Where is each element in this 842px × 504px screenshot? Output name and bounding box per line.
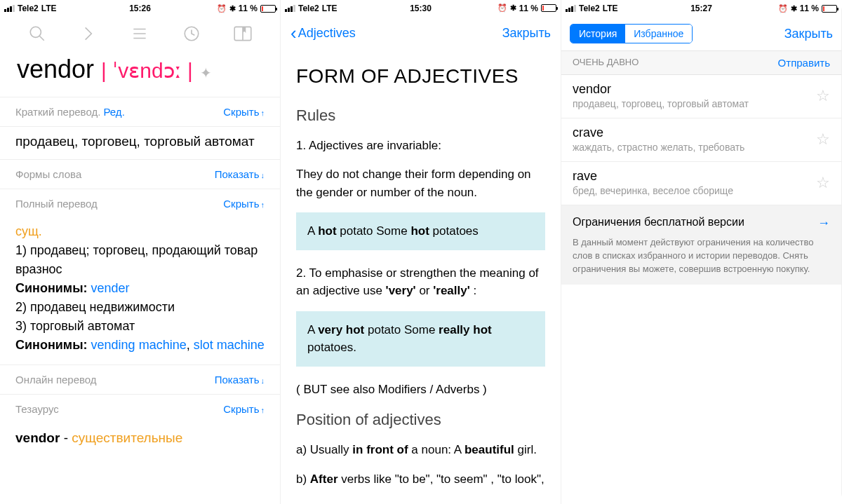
article-body: FORM OF ADJECTIVES Rules 1. Adjectives a…	[281, 50, 561, 504]
alarm-icon: ⏰	[217, 4, 227, 13]
thesaurus-section-head: Тезаурус Скрыть↑	[0, 394, 280, 423]
online-label: Онлайн перевод	[15, 374, 97, 386]
clock: 15:26	[129, 4, 151, 13]
position-a: a) Usually in front of a noun: A beautif…	[296, 441, 545, 459]
full-translation-body: сущ. 1) продавец; торговец, продающий то…	[0, 218, 280, 365]
svg-line-1	[39, 36, 44, 41]
show-forms-link[interactable]: Показать↓	[215, 168, 265, 180]
hide-brief-link[interactable]: Скрыть↑	[223, 106, 265, 118]
speaker-icon[interactable]: ✦	[200, 64, 212, 81]
section-title: ОЧЕНЬ ДАВНО	[573, 57, 639, 69]
status-bar: Tele2 LTE 15:27 ⏰ ✱ 11 %	[561, 0, 841, 17]
rule-1: 1. Adjectives are invariable:	[296, 137, 545, 155]
star-icon[interactable]: ☆	[816, 174, 830, 192]
section-header: ОЧЕНЬ ДАВНО Отправить	[561, 50, 841, 75]
tab-favorites[interactable]: Избранное	[625, 25, 692, 43]
history-item-sub: жаждать, страстно желать, требовать	[573, 142, 744, 153]
battery-pct: 11 %	[519, 4, 538, 13]
back-label: Adjectives	[298, 26, 356, 41]
limit-title: Ограничения бесплатной версии	[573, 214, 744, 232]
bluetooth-icon: ✱	[791, 4, 797, 13]
network-label: LTE	[41, 4, 57, 13]
star-icon[interactable]: ☆	[816, 87, 830, 105]
close-button[interactable]: Закрыть	[502, 26, 551, 41]
tab-history[interactable]: История	[570, 25, 625, 43]
menu-icon[interactable]	[129, 23, 150, 44]
show-online-link[interactable]: Показать↓	[215, 374, 265, 386]
screen-dictionary-entry: Tele2 LTE 15:26 ⏰ ✱ 11 % vendor | ˈvɛndɔ…	[0, 0, 281, 504]
carrier-label: Tele2	[298, 4, 319, 13]
limit-body: В данный момент действуют ограничения на…	[573, 236, 830, 276]
battery-icon	[541, 4, 556, 12]
hide-full-link[interactable]: Скрыть↑	[223, 198, 265, 210]
hide-thesaurus-link[interactable]: Скрыть↑	[223, 403, 265, 415]
example-box-2: A very hot potato Some really hot potato…	[296, 311, 545, 367]
alarm-icon: ⏰	[778, 4, 788, 13]
thesaurus-word: vendor	[15, 430, 60, 445]
history-icon[interactable]	[181, 23, 202, 44]
close-button[interactable]: Закрыть	[784, 27, 833, 41]
search-icon[interactable]	[27, 23, 48, 44]
segmented-control: История Избранное	[570, 24, 693, 43]
history-item[interactable]: crave жаждать, страстно желать, требоват…	[561, 118, 841, 162]
history-item-title: crave	[573, 125, 744, 140]
brief-label: Краткий перевод.	[15, 106, 100, 118]
bluetooth-icon: ✱	[510, 4, 516, 13]
synonym-vender[interactable]: vender	[91, 281, 130, 295]
carrier-label: Tele2	[579, 4, 600, 13]
sense-1: 1) продавец; торговец, продающий товар в…	[15, 241, 265, 279]
battery-pct: 11 %	[800, 4, 819, 13]
status-bar: Tele2 LTE 15:26 ⏰ ✱ 11 %	[0, 0, 280, 17]
screen-grammar-article: Tele2 LTE 15:30 ⏰ ✱ 11 % ‹Adjectives Зак…	[281, 0, 561, 504]
arrow-right-icon: →	[817, 214, 830, 232]
forward-icon[interactable]	[78, 23, 99, 44]
status-bar: Tele2 LTE 15:30 ⏰ ✱ 11 %	[281, 0, 561, 17]
bluetooth-icon: ✱	[229, 4, 236, 13]
network-label: LTE	[603, 4, 618, 13]
svg-point-0	[30, 27, 41, 37]
forms-label: Формы слова	[15, 168, 81, 180]
battery-pct: 11 %	[239, 4, 258, 13]
send-link[interactable]: Отправить	[778, 57, 830, 69]
star-icon[interactable]: ☆	[816, 130, 830, 149]
history-item[interactable]: rave бред, вечеринка, веселое сборище ☆	[561, 162, 841, 205]
synonym-slot-machine[interactable]: slot machine	[194, 338, 265, 352]
forms-section: Формы слова Показать↓	[0, 159, 280, 189]
screen-history: Tele2 LTE 15:27 ⏰ ✱ 11 % История Избранн…	[561, 0, 842, 504]
thesaurus-pos: существительные	[72, 430, 182, 445]
chevron-left-icon: ‹	[290, 22, 297, 44]
example-box-1: A hot potato Some hot potatoes	[296, 212, 545, 250]
sense-3: 3) торговый автомат	[15, 317, 265, 336]
clock: 15:27	[690, 4, 712, 13]
signal-icon	[4, 5, 15, 12]
nav-header: История Избранное Закрыть	[561, 17, 841, 50]
rule-2: 2. To emphasise or strengthen the meanin…	[296, 264, 545, 300]
synonym-vending-machine[interactable]: vending machine	[91, 338, 187, 352]
position-heading: Position of adjectives	[296, 408, 545, 431]
alarm-icon: ⏰	[497, 4, 507, 13]
rule-1-desc: They do not change their form depending …	[296, 165, 545, 201]
signal-icon	[285, 5, 295, 12]
battery-icon	[260, 5, 276, 13]
history-item-title: rave	[573, 169, 733, 184]
nav-header: ‹Adjectives Закрыть	[281, 17, 561, 50]
history-item-sub: продавец, торговец, торговый автомат	[573, 98, 749, 109]
full-label: Полный перевод	[15, 198, 98, 210]
free-version-limits[interactable]: Ограничения бесплатной версии → В данный…	[561, 205, 841, 285]
synonyms-label-2: Синонимы:	[15, 338, 88, 352]
note: ( BUT see also Modifiers / Adverbs )	[296, 381, 545, 399]
edit-link[interactable]: Ред.	[104, 106, 125, 118]
network-label: LTE	[322, 4, 338, 13]
headword: vendor	[17, 55, 94, 84]
history-item[interactable]: vendor продавец, торговец, торговый авто…	[561, 75, 841, 118]
history-item-sub: бред, вечеринка, веселое сборище	[573, 185, 733, 196]
signal-icon	[566, 5, 576, 12]
back-button[interactable]: ‹Adjectives	[290, 22, 356, 44]
part-of-speech: сущ.	[15, 222, 265, 241]
thesaurus-label: Тезаурус	[15, 403, 59, 415]
battery-icon	[822, 5, 837, 13]
carrier-label: Tele2	[18, 4, 39, 13]
bookmark-icon[interactable]	[232, 23, 253, 44]
history-item-title: vendor	[573, 82, 749, 97]
online-section: Онлайн перевод Показать↓	[0, 365, 280, 394]
